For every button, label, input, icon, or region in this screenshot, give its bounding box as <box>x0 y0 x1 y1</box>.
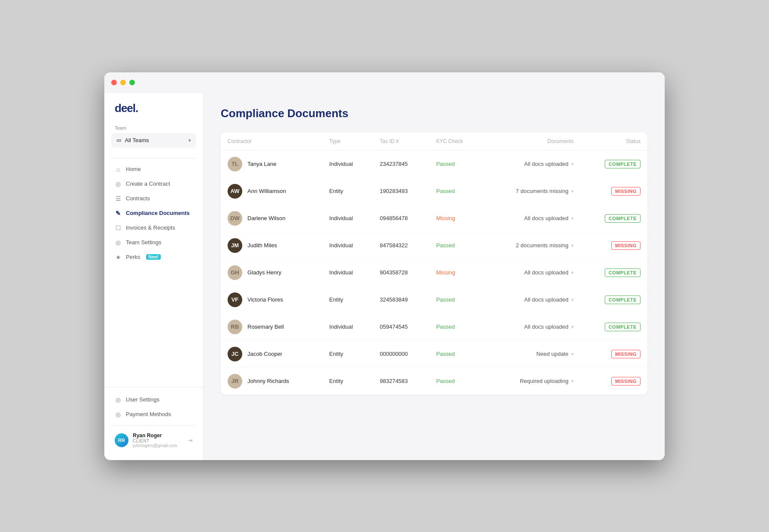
contractor-avatar: DW <box>228 211 242 226</box>
status-badge: MISSING <box>611 350 641 358</box>
titlebar <box>104 72 665 93</box>
expand-icon[interactable]: ▾ <box>571 351 574 357</box>
table-row[interactable]: JR Johnny Richards Entity 983274583 Pass… <box>221 367 647 395</box>
contractor-name: Johnny Richards <box>247 378 289 384</box>
sidebar-item-home[interactable]: ⌂ Home <box>104 162 203 177</box>
sidebar-item-payment-methods[interactable]: ◎ Payment Methods <box>104 407 203 422</box>
expand-icon[interactable]: ▾ <box>571 378 574 384</box>
minimize-button[interactable] <box>120 80 126 85</box>
payment-icon: ◎ <box>115 411 122 418</box>
tax-id-cell: 000000000 <box>373 340 429 367</box>
type-cell: Entity <box>322 340 373 367</box>
contractor-name: Victoria Flores <box>247 296 283 303</box>
contractor-avatar: VF <box>228 292 242 307</box>
expand-icon[interactable]: ▾ <box>571 161 574 167</box>
kyc-cell: Missing <box>429 205 484 232</box>
status-cell: MISSING <box>581 177 647 205</box>
documents-cell: All docs uploaded ▾ <box>484 286 581 313</box>
sidebar-item-create-contract[interactable]: ◎ Create a Contract <box>104 177 203 191</box>
kyc-cell: Passed <box>429 313 484 340</box>
user-role: CLIENT <box>133 439 183 443</box>
table-row[interactable]: GH Gladys Henry Individual 904358728 Mis… <box>221 259 647 286</box>
chevron-down-icon: ▾ <box>188 137 191 143</box>
col-type: Type <box>322 132 373 151</box>
contracts-icon: ☰ <box>115 195 122 202</box>
perks-icon: ★ <box>115 254 122 261</box>
sidebar-item-perks[interactable]: ★ Perks New! <box>104 250 203 264</box>
tax-id-cell: 983274583 <box>373 367 429 395</box>
documents-cell: All docs uploaded ▾ <box>484 313 581 340</box>
kyc-cell: Missing <box>429 259 484 286</box>
expand-icon[interactable]: ▾ <box>571 297 574 303</box>
kyc-cell: Passed <box>429 150 484 177</box>
kyc-cell: Passed <box>429 367 484 395</box>
sidebar-item-user-settings[interactable]: ◎ User Settings <box>104 392 203 407</box>
documents-cell: All docs uploaded ▾ <box>484 150 581 177</box>
contractor-cell: JC Jacob Cooper <box>221 340 322 367</box>
kyc-cell: Passed <box>429 232 484 259</box>
status-badge: MISSING <box>611 377 641 386</box>
expand-icon[interactable]: ▾ <box>571 270 574 276</box>
expand-icon[interactable]: ▾ <box>571 324 574 330</box>
col-contractor: Contractor <box>221 132 322 151</box>
expand-icon[interactable]: ▾ <box>571 215 574 221</box>
team-selected-value: All Teams <box>125 137 185 143</box>
fullscreen-button[interactable] <box>129 80 135 85</box>
sidebar-item-team-settings[interactable]: ◎ Team Settings <box>104 235 203 250</box>
table-row[interactable]: DW Darlene Wilson Individual 094856478 M… <box>221 205 647 232</box>
contractor-cell: JR Johnny Richards <box>221 367 322 395</box>
expand-icon[interactable]: ▾ <box>571 243 574 249</box>
documents-cell: All docs uploaded ▾ <box>484 259 581 286</box>
infinity-icon: ∞ <box>116 137 121 144</box>
contractor-cell: AW Ann Williamson <box>221 177 322 205</box>
type-cell: Individual <box>322 150 373 177</box>
sidebar-item-compliance[interactable]: ✎ Compliance Documents <box>104 206 203 221</box>
team-section: Team ∞ All Teams ▾ <box>104 125 203 155</box>
sidebar-item-invoices[interactable]: ☐ Invoices & Receipts <box>104 221 203 235</box>
status-cell: COMPLETE <box>581 150 647 177</box>
contractor-avatar: JC <box>228 347 242 361</box>
status-badge: COMPLETE <box>605 296 641 304</box>
user-details: Ryan Roger CLIENT johnrogers@gmail.com <box>133 432 183 448</box>
home-icon: ⌂ <box>115 166 122 173</box>
table-row[interactable]: AW Ann Williamson Entity 190283493 Passe… <box>221 177 647 205</box>
expand-icon[interactable]: ▾ <box>571 188 574 194</box>
sidebar-divider-bottom <box>111 425 196 426</box>
logo: deel. <box>104 102 203 125</box>
contractor-cell: GH Gladys Henry <box>221 259 322 286</box>
col-tax-id: Tax ID # <box>373 132 429 151</box>
status-cell: MISSING <box>581 232 647 259</box>
close-button[interactable] <box>111 80 117 85</box>
app-body: deel. Team ∞ All Teams ▾ ⌂ Home ◎ Create… <box>104 93 665 460</box>
sidebar-divider-top <box>111 158 196 159</box>
compliance-icon: ✎ <box>115 210 122 217</box>
tax-id-cell: 324583849 <box>373 286 429 313</box>
table-row[interactable]: JM Judith Miles Individual 847584322 Pas… <box>221 232 647 259</box>
sidebar-item-label: Create a Contract <box>126 180 170 187</box>
col-status: Status <box>581 132 647 151</box>
kyc-cell: Passed <box>429 340 484 367</box>
sidebar-item-label: Home <box>126 166 141 172</box>
kyc-cell: Passed <box>429 286 484 313</box>
contractor-name: Gladys Henry <box>247 269 281 276</box>
logout-icon[interactable]: ⇥ <box>188 437 193 444</box>
status-cell: MISSING <box>581 367 647 395</box>
col-documents: Documents <box>484 132 581 151</box>
tax-id-cell: 904358728 <box>373 259 429 286</box>
contractor-name: Tanya Lane <box>247 161 276 167</box>
team-selector[interactable]: ∞ All Teams ▾ <box>111 133 196 148</box>
table-row[interactable]: TL Tanya Lane Individual 234237845 Passe… <box>221 150 647 177</box>
table-row[interactable]: JC Jacob Cooper Entity 000000000 Passed … <box>221 340 647 367</box>
status-badge: COMPLETE <box>605 268 641 277</box>
table-row[interactable]: VF Victoria Flores Entity 324583849 Pass… <box>221 286 647 313</box>
contractor-cell: RB Rosemary Bell <box>221 313 322 340</box>
table-row[interactable]: RB Rosemary Bell Individual 059474545 Pa… <box>221 313 647 340</box>
contractor-name: Rosemary Bell <box>247 324 284 330</box>
sidebar-item-contracts[interactable]: ☰ Contracts <box>104 191 203 206</box>
status-badge: MISSING <box>611 241 641 250</box>
type-cell: Entity <box>322 367 373 395</box>
tax-id-cell: 059474545 <box>373 313 429 340</box>
status-cell: COMPLETE <box>581 205 647 232</box>
status-cell: COMPLETE <box>581 313 647 340</box>
contractor-avatar: JM <box>228 238 242 253</box>
